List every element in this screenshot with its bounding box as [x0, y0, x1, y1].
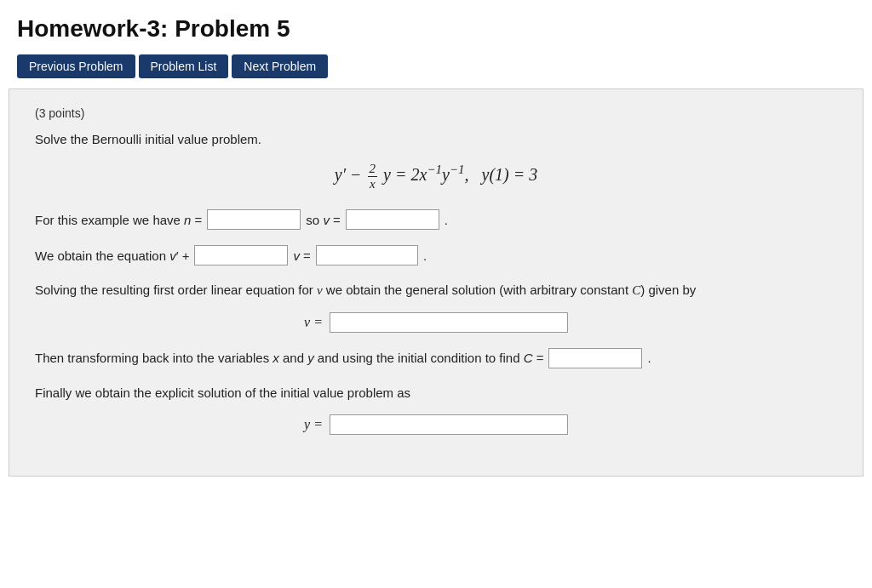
so-v-text: so v = [306, 213, 340, 227]
dot-1: . [445, 213, 448, 227]
then-transforming-text: Then transforming back into the variable… [35, 351, 543, 365]
main-equation: y′ − 2 x y = 2x−1y−1, y(1) = 3 [35, 162, 837, 191]
C-italic-text: C [632, 283, 640, 297]
v-equals-text: v = [293, 248, 310, 263]
transforming-line: Then transforming back into the variable… [35, 348, 837, 368]
nav-buttons: Previous Problem Problem List Next Probl… [17, 54, 855, 78]
problem-intro: Solve the Bernoulli initial value proble… [35, 132, 837, 146]
dot-2: . [423, 248, 427, 263]
v-rhs-input[interactable] [316, 245, 418, 265]
y-eq-label: y = [304, 417, 323, 432]
prev-problem-button[interactable]: Previous Problem [17, 54, 135, 78]
v-solution-input[interactable] [330, 312, 568, 333]
points-label: (3 points) [35, 106, 837, 120]
problem-list-button[interactable]: Problem List [139, 54, 229, 78]
fraction-2-x: 2 x [368, 162, 378, 191]
v-eq-label: v = [304, 315, 323, 330]
we-obtain-line: We obtain the equation v′ + v = . [35, 245, 837, 265]
we-obtain-text: We obtain the equation v′ + [35, 248, 189, 263]
page-title: Homework-3: Problem 5 [17, 15, 855, 43]
header-section: Homework-3: Problem 5 Previous Problem P… [0, 0, 872, 88]
v-italic-text: v [317, 283, 323, 297]
equation-math: y′ − 2 x y = 2x−1y−1, y(1) = 3 [335, 162, 537, 191]
v-solution-line: v = [35, 312, 837, 333]
next-problem-button[interactable]: Next Problem [232, 54, 328, 78]
y-solution-line: y = [35, 414, 837, 435]
for-this-text: For this example we have n = [35, 213, 202, 227]
y-solution-input[interactable] [330, 414, 568, 435]
for-this-example-line: For this example we have n = so v = . [35, 209, 837, 230]
vprime-coeff-input[interactable] [194, 245, 288, 265]
dot-3: . [647, 351, 651, 365]
C-value-input[interactable] [548, 348, 642, 368]
problem-container: (3 points) Solve the Bernoulli initial v… [9, 88, 863, 477]
solving-line: Solving the resulting first order linear… [35, 281, 837, 300]
finally-line: Finally we obtain the explicit solution … [35, 384, 837, 403]
v-input[interactable] [346, 209, 439, 230]
n-input[interactable] [207, 209, 301, 230]
